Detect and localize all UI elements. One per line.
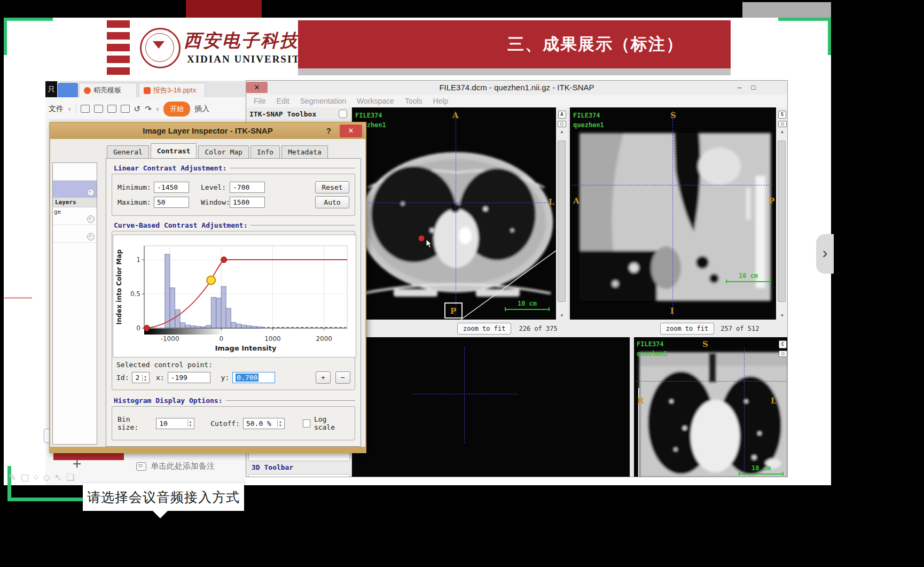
sagittal-scrollbar-thumb[interactable]	[778, 141, 786, 302]
output-icon[interactable]	[94, 105, 103, 113]
maximize-button[interactable]: □	[746, 82, 761, 93]
coronal-layout-icon[interactable]: C	[779, 340, 787, 348]
share-corner-top-left	[4, 18, 53, 21]
id-stepper[interactable]: 2	[132, 372, 149, 383]
wps-mini-tab[interactable]: 只	[45, 81, 57, 97]
university-logo-emblem	[153, 41, 165, 49]
tab-color-map[interactable]: Color Map	[198, 145, 248, 159]
wps-tab-template[interactable]: 稻壳模板	[79, 83, 137, 97]
save-icon[interactable]	[81, 105, 90, 113]
axial-view-panel[interactable]: FILE374 quezhen1 A L P 10 cm	[352, 107, 556, 320]
log-scale-checkbox[interactable]	[303, 420, 310, 428]
axial-layout-icon[interactable]: A	[558, 111, 566, 119]
itk-titlebar[interactable]: FILE374.dcm - quezhen1.nii.gz - ITK-SNAP…	[246, 81, 787, 95]
menu-segmentation[interactable]: Segmentation	[300, 97, 346, 105]
visibility-icon[interactable]	[87, 189, 95, 196]
side-panel-toggle[interactable]: ›	[816, 234, 834, 274]
layer-row[interactable]	[53, 163, 97, 181]
wps-home-tab[interactable]	[58, 83, 78, 97]
wps-file-menu[interactable]: 文件	[49, 104, 64, 114]
visibility-icon[interactable]	[87, 215, 95, 223]
minimize-button[interactable]: –	[732, 82, 747, 93]
axial-orient-p: P	[450, 306, 456, 316]
tab-contrast[interactable]: Contrast	[151, 143, 197, 159]
render-3d-panel[interactable]	[352, 337, 630, 477]
level-field[interactable]: -700	[230, 182, 265, 193]
sagittal-screenshot-icon[interactable]	[778, 121, 787, 127]
menu-file[interactable]: File	[254, 97, 266, 105]
scroll-down-icon[interactable]: ▼	[776, 313, 788, 319]
bin-size-label: Bin size:	[118, 415, 153, 431]
dialog-close-button[interactable]: ✕	[340, 125, 362, 137]
x-field[interactable]: -199	[168, 372, 210, 383]
new-slide-button[interactable]: +	[73, 455, 81, 472]
notes-area[interactable]: 单击此处添加备注	[136, 461, 215, 471]
pen-icon[interactable]: ✎	[9, 472, 16, 483]
add-point-button[interactable]: +	[316, 371, 331, 384]
diamond-icon[interactable]: ◇	[43, 472, 50, 483]
axial-zoom-to-fit-button[interactable]: zoom to fit	[457, 323, 511, 335]
stepper-arrows-icon[interactable]	[142, 374, 146, 382]
wps-insert-tab[interactable]: 插入	[194, 104, 209, 114]
contrast-histogram-chart[interactable]: -100001000200000.51Image IntensityIndex …	[113, 235, 356, 358]
meeting-audio-tooltip[interactable]: 请选择会议音频接入方式	[83, 483, 244, 511]
sagittal-layout-icon[interactable]: S	[778, 111, 786, 119]
sagittal-view-panel[interactable]: FILE374 quezhen1 S A P I 10 cm	[570, 107, 776, 320]
chevron-down-icon[interactable]: ∨	[68, 106, 72, 112]
toolbox-collapse-icon[interactable]	[339, 110, 347, 118]
window-field[interactable]: 1500	[230, 197, 265, 208]
close-button[interactable]: ✕	[246, 82, 268, 93]
more-tools-icon[interactable]: ∨	[156, 106, 160, 112]
maximum-field[interactable]: 50	[154, 197, 189, 208]
scroll-up-icon[interactable]: ▲	[776, 129, 788, 135]
wps-tab-file[interactable]: 报告3-16.pptx	[139, 83, 205, 97]
wps-start-tab[interactable]: 开始	[163, 102, 190, 116]
layer-row[interactable]	[53, 225, 97, 243]
top-red-fragment	[186, 0, 262, 18]
tab-metadata[interactable]: Metadata	[281, 145, 328, 159]
svg-text:Index into Color Map: Index into Color Map	[115, 249, 123, 324]
coronal-view-panel[interactable]: FILE374 quezhen1 S R L 10 cm	[634, 337, 788, 477]
reset-button[interactable]: Reset	[315, 181, 349, 193]
sagittal-zoom-to-fit-button[interactable]: zoom to fit	[660, 323, 714, 335]
cutoff-label: Cutoff:	[210, 420, 240, 428]
layer-row-selected[interactable]	[53, 181, 97, 198]
sagittal-scale-label: 10 cm	[726, 272, 771, 279]
visibility-icon[interactable]	[87, 233, 95, 240]
scroll-up-icon[interactable]: ▲	[556, 129, 568, 135]
tab-info[interactable]: Info	[250, 145, 280, 159]
pointer-icon[interactable]: ↖	[54, 472, 62, 483]
note-icon[interactable]: ❏	[66, 472, 74, 483]
help-button[interactable]: ?	[326, 123, 331, 139]
menu-workspace[interactable]: Workspace	[357, 97, 394, 105]
top-gray-fragment	[742, 2, 831, 18]
scroll-down-icon[interactable]: ▼	[556, 313, 568, 319]
rectangle-icon[interactable]: ▢	[20, 472, 29, 483]
coronal-screenshot-icon[interactable]	[779, 351, 787, 357]
redo-icon[interactable]: ↷	[145, 104, 152, 114]
axial-scrollbar-thumb[interactable]	[558, 141, 566, 302]
stepper-arrows-icon[interactable]	[187, 420, 192, 427]
layer-row[interactable]: ge	[53, 207, 97, 225]
bin-size-stepper[interactable]: 10	[156, 418, 194, 429]
toolbar-3d-header[interactable]: 3D Toolbar	[252, 463, 293, 471]
cutoff-stepper[interactable]: 50.0 %	[243, 418, 285, 429]
slide-thumbnail-fragment[interactable]	[53, 453, 124, 460]
svg-text:0: 0	[136, 324, 140, 332]
menu-help[interactable]: Help	[433, 97, 449, 105]
stepper-arrows-icon[interactable]	[277, 420, 281, 427]
print-icon[interactable]	[107, 105, 116, 113]
menu-edit[interactable]: Edit	[277, 97, 289, 105]
dialog-titlebar[interactable]: Image Layer Inspector - ITK-SNAP ? ✕	[50, 123, 365, 139]
y-field[interactable]: 0.700	[232, 372, 275, 383]
undo-icon[interactable]: ↺	[134, 104, 141, 114]
minimum-field[interactable]: -1450	[154, 182, 189, 193]
view-grid: FILE374 quezhen1 A L P 10 cm A ▲ ▼	[352, 107, 788, 477]
auto-button[interactable]: Auto	[315, 196, 349, 208]
remove-point-button[interactable]: −	[335, 371, 350, 384]
circle-icon[interactable]: ○	[33, 472, 38, 483]
menu-tools[interactable]: Tools	[405, 97, 422, 105]
preview-icon[interactable]	[121, 105, 130, 113]
axial-screenshot-icon[interactable]	[558, 121, 566, 127]
tab-general[interactable]: General	[107, 145, 149, 159]
